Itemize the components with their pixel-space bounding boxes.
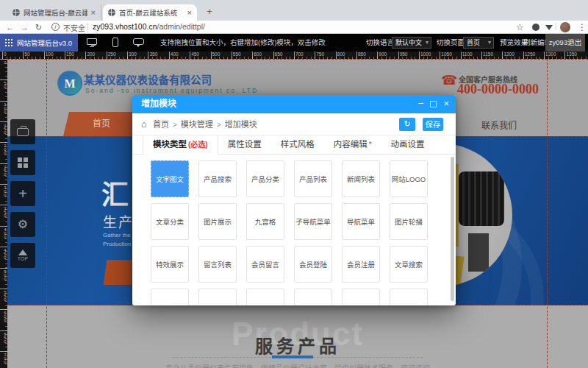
module-tile-partial[interactable]: [198, 289, 237, 305]
screen: 网站管理后台-巅云建站系统 × 首页-巅云建站系统 × + ← → ↻ i 不安…: [0, 0, 588, 368]
breadcrumb-item[interactable]: 增加模块: [225, 120, 257, 129]
module-tile-partial[interactable]: [151, 289, 189, 305]
ruler-mark: 300: [127, 52, 137, 59]
module-tile[interactable]: 会员注册: [342, 246, 380, 283]
module-tile[interactable]: 文字图文: [151, 160, 189, 197]
module-tile[interactable]: 产品搜索: [198, 160, 237, 197]
tab-close-icon[interactable]: ×: [187, 9, 192, 16]
banner-en-line2: Production o: [103, 241, 136, 247]
ruler-mark: 1250: [523, 52, 535, 59]
ruler-mark: 1350: [564, 52, 576, 59]
new-tab-button[interactable]: +: [203, 5, 216, 18]
back-icon[interactable]: ←: [6, 21, 14, 33]
close-icon[interactable]: ×: [443, 95, 449, 113]
dialog-tab[interactable]: 属性设置: [218, 135, 271, 154]
products-desc: 专业从事仪器仪表生产销售，做精品仪器设计方案，提供仪器技术服务，欢迎咨询: [7, 362, 588, 368]
info-icon[interactable]: i: [51, 23, 60, 31]
toolbox-button[interactable]: [10, 119, 35, 144]
restore-icon[interactable]: [430, 101, 437, 107]
forward-icon[interactable]: →: [21, 21, 29, 33]
back-to-top-button[interactable]: TOP: [10, 243, 35, 268]
logout-button[interactable]: zy093退出: [545, 34, 585, 52]
ruler-mark: 500: [211, 52, 220, 59]
minimize-icon[interactable]: –: [418, 95, 423, 112]
language-select[interactable]: 默认中文▾: [392, 37, 431, 49]
module-tile[interactable]: 九宫格: [246, 203, 284, 240]
module-tile-label: 会员登陆: [299, 259, 327, 269]
extension-triangle-icon[interactable]: [545, 25, 553, 30]
module-tile-label: 产品搜索: [204, 174, 232, 184]
browser-tab-homepage[interactable]: 首页-巅云建站系统 ×: [103, 4, 197, 21]
grid-icon: [18, 158, 28, 168]
photo-detail: [468, 233, 489, 272]
extension-icon[interactable]: [532, 21, 539, 34]
tab-close-icon[interactable]: ×: [91, 9, 96, 16]
module-tile-label: 特效展示: [156, 259, 184, 269]
module-tile[interactable]: 网站LOGO: [390, 160, 428, 197]
desktop-preview-icon[interactable]: [87, 38, 97, 45]
banner-subheading: 生产: [103, 211, 134, 231]
dialog-titlebar[interactable]: 增加模块 – ×: [132, 95, 456, 113]
module-tile-partial[interactable]: [294, 289, 332, 305]
dialog-scrollbar[interactable]: [451, 157, 454, 301]
module-tile[interactable]: 新闻列表: [342, 160, 380, 197]
breadcrumb-item[interactable]: 首页: [153, 120, 169, 129]
ruler-mark: 1200: [502, 52, 514, 59]
module-tile[interactable]: 文章分类: [151, 203, 189, 240]
mobile-preview-icon[interactable]: [112, 38, 118, 47]
module-tile-partial[interactable]: [390, 289, 428, 305]
module-tile[interactable]: 图片展示: [198, 203, 237, 240]
ruler-mark: 1000: [419, 52, 431, 59]
site-nav-contact[interactable]: 联系我们: [481, 118, 517, 131]
module-tile[interactable]: 会员留言: [246, 246, 284, 283]
module-tile[interactable]: 导航菜单: [342, 203, 380, 240]
profile-avatar[interactable]: [560, 22, 570, 32]
admin-brand: 网站管理后台v3.0: [0, 34, 78, 52]
layout-guide: [7, 59, 588, 60]
modules-button[interactable]: [10, 150, 35, 175]
ruler-mark: 700: [0, 351, 7, 364]
module-tile[interactable]: 文章搜索: [390, 246, 428, 283]
module-tile-partial[interactable]: [246, 289, 284, 305]
ruler-mark: 250: [107, 52, 116, 59]
settings-button[interactable]: ⚙: [10, 212, 35, 237]
dialog-refresh-button[interactable]: ↻: [399, 118, 415, 131]
breadcrumb-separator: >: [173, 121, 177, 129]
module-tile[interactable]: 子导航菜单: [294, 203, 332, 240]
dialog-tab[interactable]: 内容编辑*: [324, 135, 381, 154]
site-nav-home[interactable]: 首页: [63, 112, 140, 136]
browser-tab-admin[interactable]: 网站管理后台-巅云建站系统 ×: [7, 4, 101, 21]
reload-icon[interactable]: ↻: [35, 21, 42, 33]
dialog-tab[interactable]: 模块类型(必选): [143, 135, 218, 155]
dialog-toolbar: ⌂ 首页>模块管理>增加模块 ↻ 保存: [132, 113, 456, 135]
module-tile[interactable]: 特效展示: [151, 246, 189, 283]
dialog-tabs: 模块类型(必选)属性设置样式风格内容编辑*动画设置: [132, 135, 456, 155]
ruler-mark: 50: [0, 79, 7, 88]
bookmark-star-icon[interactable]: ☆: [516, 21, 524, 33]
breadcrumb-item[interactable]: 模块管理: [181, 120, 213, 129]
dialog-tab[interactable]: 动画设置: [381, 135, 434, 154]
module-tile-partial[interactable]: [342, 289, 380, 305]
url-path: /admin/edittpl/: [157, 22, 205, 31]
ruler-mark: 200: [85, 52, 95, 59]
dialog-tab-label: 样式风格: [281, 140, 315, 149]
browser-menu-icon[interactable]: ⋮: [578, 21, 587, 33]
ruler-mark: 250: [0, 163, 7, 176]
browser-address-bar: ← → ↻ i 不安全 | zy093.vhost100.cn/admin/ed…: [0, 21, 588, 34]
module-tile[interactable]: 会员登陆: [294, 246, 332, 283]
dialog-tab[interactable]: 样式风格: [271, 135, 324, 154]
url-text[interactable]: zy093.vhost100.cn/admin/edittpl/: [93, 22, 205, 31]
module-tile[interactable]: 产品列表: [294, 160, 332, 197]
module-tile[interactable]: 产品分类: [246, 160, 284, 197]
chat-icon[interactable]: [133, 38, 144, 45]
save-button[interactable]: 保存: [423, 118, 443, 131]
module-tile[interactable]: 图片轮播: [390, 203, 428, 240]
module-tile[interactable]: 留言列表: [198, 246, 237, 283]
ruler-mark: 800: [336, 52, 345, 59]
ruler-mark: 1300: [544, 52, 556, 59]
dialog-tab-label: 属性设置: [228, 140, 262, 149]
add-module-dialog: 增加模块 – × ⌂ 首页>模块管理>增加模块 ↻ 保存 模块类型(必选)属性设…: [132, 95, 456, 305]
page-select[interactable]: 首页▾: [463, 37, 494, 49]
banner-en-line1: Gather the e: [103, 232, 135, 238]
add-module-button[interactable]: +: [10, 181, 35, 206]
